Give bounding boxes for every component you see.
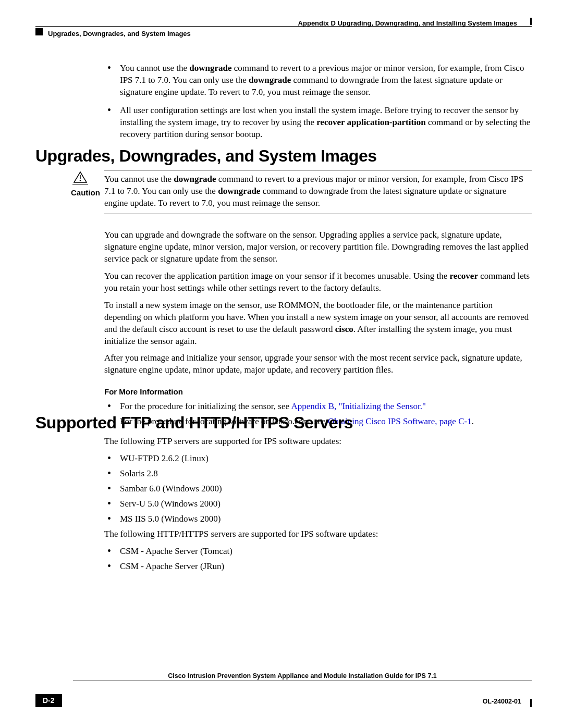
paragraph: The following FTP servers are supported …	[104, 436, 532, 448]
section-heading-servers: Supported FTP and HTTP/HTTPS Servers	[35, 412, 353, 434]
caution-text: You cannot use the downgrade command to …	[104, 170, 532, 214]
section-heading-upgrades: Upgrades, Downgrades, and System Images	[35, 145, 376, 167]
list-item: WU-FTPD 2.6.2 (Linux)	[104, 453, 532, 465]
list-item: You cannot use the downgrade command to …	[104, 63, 532, 98]
http-server-list: CSM - Apache Server (Tomcat) CSM - Apach…	[104, 546, 532, 573]
page: Appendix D Upgrading, Downgrading, and I…	[0, 0, 563, 728]
paragraph: You can upgrade and downgrade the softwa…	[104, 229, 532, 265]
ftp-server-list: WU-FTPD 2.6.2 (Linux) Solaris 2.8 Sambar…	[104, 453, 532, 525]
list-item: For the procedure for initializing the s…	[104, 401, 532, 413]
header-appendix-label: Appendix D Upgrading, Downgrading, and I…	[298, 19, 517, 28]
caution-block: Caution You cannot use the downgrade com…	[73, 170, 532, 214]
for-more-info-heading: For More Information	[104, 387, 532, 397]
svg-point-1	[80, 180, 81, 181]
header-edge-mark	[523, 18, 532, 25]
paragraph: The following HTTP/HTTPS servers are sup…	[104, 528, 532, 540]
caution-label: Caution	[71, 188, 100, 198]
footer-book-title: Cisco Intrusion Prevention System Applia…	[73, 672, 532, 681]
paragraph: You can recover the application partitio…	[104, 270, 532, 294]
list-item: MS IIS 5.0 (Windows 2000)	[104, 513, 532, 525]
paragraph: To install a new system image on the sen…	[104, 300, 532, 348]
list-item: Serv-U 5.0 (Windows 2000)	[104, 498, 532, 510]
caution-icon	[72, 171, 88, 184]
list-item: Sambar 6.0 (Windows 2000)	[104, 483, 532, 495]
section1-body: You can upgrade and downgrade the softwa…	[104, 229, 532, 430]
list-item: Solaris 2.8	[104, 468, 532, 480]
header-square-icon	[35, 28, 43, 35]
list-item: CSM - Apache Server (Tomcat)	[104, 546, 532, 558]
header-topic-label: Upgrades, Downgrades, and System Images	[48, 29, 191, 39]
footer-page-number: D-2	[35, 694, 62, 707]
list-item: All user configuration settings are lost…	[104, 105, 532, 141]
section2-body: The following FTP servers are supported …	[104, 436, 532, 575]
link-appendix-b[interactable]: Appendix B, "Initializing the Sensor."	[291, 401, 425, 411]
page-header: Appendix D Upgrading, Downgrading, and I…	[35, 19, 532, 50]
page-footer: Cisco Intrusion Prevention System Applia…	[35, 681, 532, 707]
footer-edge-mark	[530, 699, 532, 707]
footer-doc-id: OL-24002-01	[483, 697, 521, 706]
list-item: CSM - Apache Server (JRun)	[104, 561, 532, 573]
paragraph: After you reimage and initialize your se…	[104, 352, 532, 376]
top-bullet-list: You cannot use the downgrade command to …	[104, 63, 532, 147]
